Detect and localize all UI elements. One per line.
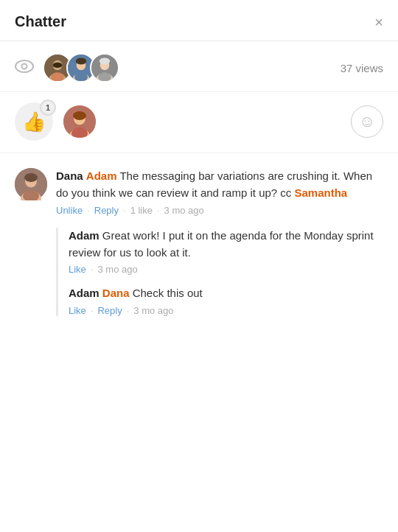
reaction-badge: 1	[40, 99, 56, 116]
svg-point-16	[98, 72, 111, 82]
eye-icon	[15, 58, 34, 77]
comment-item: Dana Adam The messaging bar variations a…	[15, 168, 383, 216]
reply-text-2: Adam Dana Check this out	[69, 285, 383, 302]
reply-2-reply-link[interactable]: Reply	[97, 305, 122, 316]
comment-text: Dana Adam The messaging bar variations a…	[56, 168, 383, 201]
reply-like-link[interactable]: Like	[69, 264, 86, 275]
reply-thread: Adam Great work! I put it on the agenda …	[56, 228, 383, 316]
comment-author: Dana	[56, 169, 86, 182]
like-count: 1 like	[130, 205, 153, 216]
reply-mention-dana: Dana	[102, 287, 130, 299]
reply-item: Adam Great work! I put it on the agenda …	[69, 228, 383, 275]
unlike-link[interactable]: Unlike	[56, 205, 83, 216]
comment-mention-adam: Adam	[86, 169, 117, 182]
comment-time: 3 mo ago	[164, 205, 204, 216]
reactor-avatar	[63, 105, 96, 138]
comment-meta: Unlike · Reply · 1 like · 3 mo ago	[56, 205, 383, 216]
reply-2-time: 3 mo ago	[133, 305, 173, 316]
smiley-icon: ☺	[359, 112, 375, 131]
reply-content-2: Check this out	[130, 287, 203, 299]
thumbs-up-button[interactable]: 👍 1	[15, 102, 53, 141]
reply-meta-2: Like · Reply · 3 mo ago	[69, 305, 383, 316]
svg-point-0	[15, 60, 33, 72]
reply-time: 3 mo ago	[97, 264, 137, 275]
commenter-avatar	[15, 168, 47, 200]
add-reaction-button[interactable]: ☺	[351, 105, 383, 138]
close-icon[interactable]: ×	[374, 15, 383, 29]
svg-point-4	[53, 63, 63, 68]
chatter-panel: Chatter ×	[0, 0, 398, 316]
svg-point-11	[74, 72, 88, 82]
panel-header: Chatter ×	[0, 0, 398, 41]
reply-text: Adam Great work! I put it on the agenda …	[69, 228, 383, 261]
reactions-row: 👍 1 ☺	[0, 92, 398, 153]
svg-point-19	[73, 111, 86, 120]
viewer-avatars	[43, 53, 119, 83]
reply-author: Adam	[69, 229, 100, 242]
reply-meta: Like · 3 mo ago	[69, 264, 383, 275]
panel-title: Chatter	[15, 13, 66, 30]
comment-body: Dana Adam The messaging bar variations a…	[56, 168, 383, 216]
svg-point-14	[100, 58, 110, 65]
reply-author-2: Adam	[69, 287, 102, 299]
comment-mention-samantha: Samantha	[295, 186, 348, 199]
reply-content: Great work! I put it on the agenda for t…	[69, 229, 374, 259]
svg-point-1	[22, 64, 27, 69]
comments-section: Dana Adam The messaging bar variations a…	[0, 153, 398, 316]
views-row: 37 views	[0, 41, 398, 92]
svg-point-9	[76, 58, 86, 65]
reply-2-like-link[interactable]: Like	[69, 305, 86, 316]
reply-item-2: Adam Dana Check this out Like · Reply · …	[69, 285, 383, 316]
reply-link[interactable]: Reply	[94, 205, 119, 216]
svg-point-24	[24, 173, 38, 182]
views-count: 37 views	[341, 62, 383, 74]
viewer-avatar-3	[90, 53, 119, 83]
svg-point-6	[51, 72, 64, 82]
